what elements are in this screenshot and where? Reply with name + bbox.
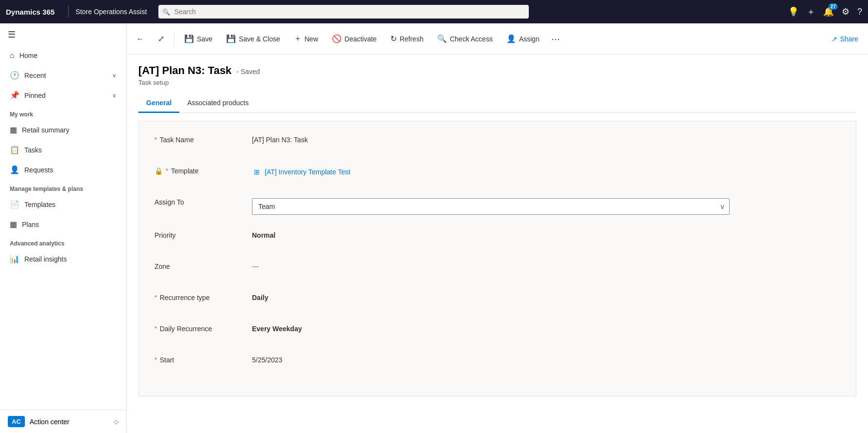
refresh-button[interactable]: ↻ Refresh <box>385 30 429 47</box>
value-template[interactable]: ⊞ [AT] Inventory Template Test <box>252 164 840 177</box>
new-icon: ＋ <box>294 34 302 44</box>
notification-badge: 27 <box>829 3 838 10</box>
template-link-text: [AT] Inventory Template Test <box>265 168 350 176</box>
check-access-button[interactable]: 🔍 Check Access <box>431 30 499 47</box>
form-row-task-name: * Task Name [AT] Plan N3: Task <box>154 133 840 151</box>
required-star-daily: * <box>154 325 157 332</box>
action-center-badge: AC <box>8 416 25 427</box>
page-title-row: [AT] Plan N3: Task - Saved <box>138 64 856 77</box>
sidebar-item-home[interactable]: ⌂ Home <box>2 46 124 65</box>
save-icon: 💾 <box>184 34 194 43</box>
tasks-icon: 📋 <box>10 145 19 154</box>
analytics-section: Advanced analytics <box>0 234 126 249</box>
toolbar-right: ↗ Share <box>826 31 864 47</box>
deactivate-button[interactable]: 🚫 Deactivate <box>326 30 383 47</box>
more-button[interactable]: ⋯ <box>547 30 564 48</box>
tab-associated-products[interactable]: Associated products <box>179 94 256 113</box>
brand-name: Dynamics 365 <box>6 8 61 16</box>
tab-general[interactable]: General <box>138 94 179 113</box>
tabs: General Associated products <box>138 94 856 113</box>
lightbulb-icon[interactable]: 💡 <box>788 6 799 17</box>
sidebar-label-home: Home <box>19 52 116 59</box>
share-button[interactable]: ↗ Share <box>826 31 864 47</box>
sidebar-label-plans: Plans <box>22 221 116 228</box>
sidebar-label-tasks: Tasks <box>24 146 116 154</box>
assign-icon: 👤 <box>506 34 516 43</box>
more-icon: ⋯ <box>551 34 560 44</box>
value-assign-to: Team Individual ∨ <box>252 195 840 215</box>
required-star-task-name: * <box>154 136 157 143</box>
label-task-name: * Task Name <box>154 133 252 144</box>
value-priority: Normal <box>252 228 840 239</box>
sidebar-item-requests[interactable]: 👤 Requests <box>2 160 124 179</box>
assign-button[interactable]: 👤 Assign <box>501 30 545 47</box>
sidebar-item-templates[interactable]: 📄 Templates <box>2 195 124 214</box>
sidebar-bottom: AC Action center ◇ <box>0 410 126 433</box>
toolbar-separator-1 <box>174 32 174 46</box>
refresh-label: Refresh <box>400 35 424 43</box>
form-row-assign-to: Assign To Team Individual ∨ <box>154 195 840 215</box>
home-icon: ⌂ <box>10 51 15 60</box>
search-input[interactable] <box>158 5 529 19</box>
label-template: 🔒 * Template <box>154 164 252 175</box>
page-content: [AT] Plan N3: Task - Saved Task setup Ge… <box>127 55 868 433</box>
required-star-recurrence: * <box>154 294 157 301</box>
check-access-label: Check Access <box>450 35 493 43</box>
top-nav-icons: 💡 ＋ 🔔 27 ⚙ ? <box>788 6 862 18</box>
form-row-priority: Priority Normal <box>154 228 840 246</box>
sidebar-item-retail-insights[interactable]: 📊 Retail insights <box>2 249 124 268</box>
sidebar-label-retail-summary: Retail summary <box>22 126 116 134</box>
sidebar-item-tasks[interactable]: 📋 Tasks <box>2 140 124 159</box>
assign-to-select[interactable]: Team Individual <box>252 198 730 215</box>
main-layout: ☰ ⌂ Home 🕐 Recent ∨ 📌 Pinned ∨ My work ▦… <box>0 23 868 433</box>
requests-icon: 👤 <box>10 165 19 174</box>
page-title: [AT] Plan N3: Task <box>138 64 231 77</box>
search-bar[interactable]: 🔍 <box>158 5 529 19</box>
label-assign-to: Assign To <box>154 195 252 206</box>
action-center-label: Action center <box>30 418 109 426</box>
share-icon: ↗ <box>831 35 837 43</box>
sidebar-item-action-center[interactable]: AC Action center ◇ <box>0 410 126 433</box>
retail-summary-icon: ▦ <box>10 125 17 134</box>
top-navigation: Dynamics 365 Store Operations Assist 🔍 💡… <box>0 0 868 23</box>
search-icon: 🔍 <box>162 8 170 16</box>
form-container: * Task Name [AT] Plan N3: Task 🔒 * Templ… <box>138 121 856 396</box>
save-button[interactable]: 💾 Save <box>178 30 218 47</box>
back-icon: ← <box>136 35 144 43</box>
sidebar-item-pinned[interactable]: 📌 Pinned ∨ <box>2 86 124 105</box>
nav-divider <box>68 6 69 18</box>
retail-insights-icon: 📊 <box>10 254 19 264</box>
back-button[interactable]: ← <box>131 31 150 47</box>
sidebar-label-requests: Requests <box>24 166 116 174</box>
my-work-section: My work <box>0 105 126 120</box>
expand-icon: ⤢ <box>158 34 164 43</box>
check-access-icon: 🔍 <box>437 34 447 43</box>
value-task-name: [AT] Plan N3: Task <box>252 133 840 144</box>
add-icon[interactable]: ＋ <box>807 6 815 18</box>
content-area: ← ⤢ 💾 Save 💾 Save & Close ＋ New 🚫 Deacti… <box>127 23 868 433</box>
value-daily-recurrence: Every Weekday <box>252 322 840 333</box>
save-close-button[interactable]: 💾 Save & Close <box>220 30 286 47</box>
value-recurrence-type: Daily <box>252 291 840 301</box>
save-close-icon: 💾 <box>226 34 236 43</box>
pinned-icon: 📌 <box>10 91 19 100</box>
save-close-label: Save & Close <box>239 35 280 43</box>
expand-button[interactable]: ⤢ <box>152 30 170 47</box>
manage-section: Manage templates & plans <box>0 180 126 194</box>
pinned-chevron: ∨ <box>112 92 116 99</box>
page-subtitle: Task setup <box>138 79 856 86</box>
sidebar-label-pinned: Pinned <box>24 92 107 99</box>
hamburger-menu[interactable]: ☰ <box>0 23 126 46</box>
sidebar-item-recent[interactable]: 🕐 Recent ∨ <box>2 66 124 85</box>
form-row-template: 🔒 * Template ⊞ [AT] Inventory Template T… <box>154 164 840 182</box>
form-row-start: * Start 5/25/2023 <box>154 353 840 371</box>
value-zone: --- <box>252 260 840 270</box>
action-center-chevron: ◇ <box>114 418 118 425</box>
help-icon[interactable]: ? <box>857 7 862 17</box>
notification-icon[interactable]: 🔔 27 <box>823 6 834 17</box>
settings-icon[interactable]: ⚙ <box>842 6 849 17</box>
sidebar-item-retail-summary[interactable]: ▦ Retail summary <box>2 120 124 139</box>
sidebar-item-plans[interactable]: ▦ Plans <box>2 215 124 234</box>
new-button[interactable]: ＋ New <box>288 30 324 48</box>
assign-to-select-wrapper: Team Individual ∨ <box>252 198 730 215</box>
